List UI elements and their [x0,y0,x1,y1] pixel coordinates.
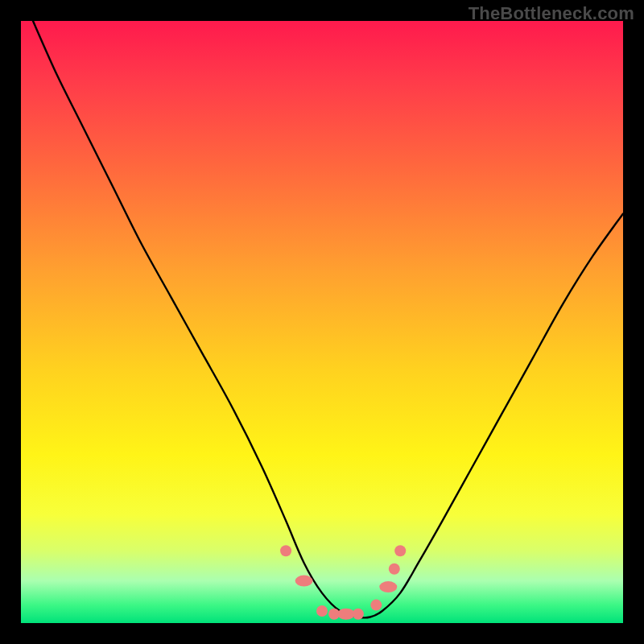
curve-marker [328,609,340,620]
curve-marker [394,545,406,556]
curve-marker [353,609,364,620]
curve-marker [280,545,291,556]
curve-markers [280,545,406,620]
chart-svg [21,21,623,623]
chart-plot-area [21,21,623,623]
curve-marker [379,581,397,592]
curve-marker [389,564,400,575]
chart-frame: TheBottleneck.com [0,0,644,644]
curve-marker [316,605,328,617]
curve-marker [337,609,355,620]
curve-marker [370,600,382,611]
curve-marker [295,576,313,587]
curve-path [33,21,623,617]
